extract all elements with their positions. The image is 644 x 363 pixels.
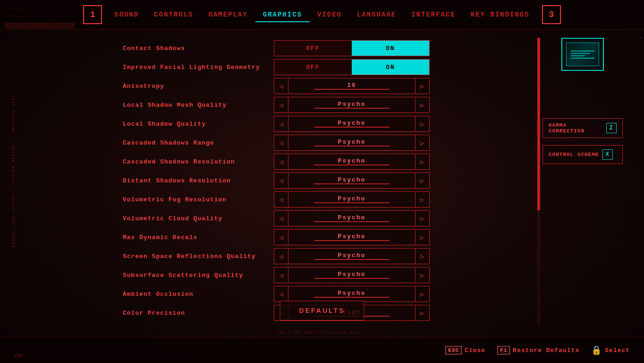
setting-label-cascaded-shadows-res: Cascaded Shadows Resolution [123,158,274,165]
thumb-line-4 [571,58,594,59]
setting-label-subsurface: Subsurface Scattering Quality [123,272,274,279]
top-nav: 1 SOUND CONTROLS GAMEPLAY GRAPHICS VIDEO… [0,0,644,30]
arrow-right-subsurface[interactable]: ▷ [415,268,429,283]
setting-control-subsurface[interactable]: ◁ Psycho ▷ [274,267,430,283]
arrow-right-vol-cloud[interactable]: ▷ [415,211,429,226]
close-label: Close [465,347,485,354]
nav-video[interactable]: VIDEO [310,7,349,22]
setting-control-vol-cloud[interactable]: ◁ Psycho ▷ [274,210,430,226]
control-scheme-key-box: X [602,149,613,160]
settings-list: Contact Shadows OFF ON Improved Facial L… [123,39,531,322]
setting-control-distant-shadows-res[interactable]: ◁ Psycho ▷ [274,173,430,189]
arrow-left-distant-shadows-res[interactable]: ◁ [274,173,288,188]
setting-label-local-shadow-quality: Local Shadow Quality [123,121,274,128]
setting-control-local-shadow-mesh[interactable]: ◁ Psycho ▷ [274,97,430,113]
arrow-right-local-shadow-mesh[interactable]: ▷ [415,97,429,112]
arrow-left-ao[interactable]: ◁ [274,286,288,302]
arrow-right-ssr[interactable]: ▷ [415,249,429,264]
setting-label-anisotropy: Anisotropy [123,83,274,90]
arrow-left-cascaded-shadows-res[interactable]: ◁ [274,154,288,169]
setting-label-facial-lighting: Improved Facial Lighting Geometry [123,64,274,71]
arrow-left-cascaded-shadows-range[interactable]: ◁ [274,135,288,150]
setting-value-ssr: Psycho [288,252,415,261]
arrow-left-subsurface[interactable]: ◁ [274,268,288,283]
setting-anisotropy: Anisotropy ◁ 16 ▷ [123,77,531,95]
toggle-on-contact-shadows[interactable]: ON [352,41,429,56]
setting-max-decals: Max Dynamic Decals ◁ Psycho ▷ [123,228,531,246]
setting-label-max-decals: Max Dynamic Decals [123,234,274,241]
setting-control-cascaded-shadows-res[interactable]: ◁ Psycho ▷ [274,154,430,170]
setting-control-max-decals[interactable]: ◁ Psycho ▷ [274,229,430,245]
control-scheme-button[interactable]: CONTROL SCHEME X [542,145,623,164]
toggle-on-facial-lighting[interactable]: ON [352,60,429,75]
nav-number-left[interactable]: 1 [83,5,102,24]
arrow-left-max-decals[interactable]: ◁ [274,230,288,245]
right-corner-decoration: ▶ [639,35,642,40]
restore-label: Restore Defaults [513,347,579,354]
nav-graphics[interactable]: GRAPHICS [255,7,310,22]
thumb-line-2 [571,53,590,54]
toggle-off-contact-shadows[interactable]: OFF [274,41,352,56]
setting-subsurface: Subsurface Scattering Quality ◁ Psycho ▷ [123,266,531,284]
arrow-left-local-shadow-quality[interactable]: ◁ [274,116,288,131]
gamma-correction-button[interactable]: GAMMA CORRECTION Z [542,118,623,138]
setting-label-vol-fog: Volumetric Fog Resolution [123,196,274,203]
setting-value-subsurface: Psycho [288,271,415,280]
arrow-left-local-shadow-mesh[interactable]: ◁ [274,97,288,112]
arrow-right-distant-shadows-res[interactable]: ▷ [415,173,429,188]
setting-ssr: Screen Space Reflections Quality ◁ Psych… [123,247,531,265]
setting-value-local-shadow-quality: Psycho [288,120,415,129]
gamma-correction-label: GAMMA CORRECTION [549,122,602,134]
setting-control-cascaded-shadows-range[interactable]: ◁ Psycho ▷ [274,135,430,151]
setting-control-vol-fog[interactable]: ◁ Psycho ▷ [274,191,430,207]
nav-sound[interactable]: SOUND [107,7,146,22]
setting-cascaded-shadows-res: Cascaded Shadows Resolution ◁ Psycho ▷ [123,153,531,171]
arrow-right-max-decals[interactable]: ▷ [415,230,429,245]
setting-control-facial-lighting[interactable]: OFF ON [274,59,430,75]
arrow-right-cascaded-shadows-range[interactable]: ▷ [415,135,429,150]
setting-label-ssr: Screen Space Reflections Quality [123,253,274,260]
arrow-left-ssr[interactable]: ◁ [274,249,288,264]
setting-label-color-precision: Color Precision [123,310,274,317]
restore-action[interactable]: F1 Restore Defaults [497,346,579,354]
setting-label-cascaded-shadows-range: Cascaded Shadows Range [123,139,274,147]
setting-value-cascaded-shadows-range: Psycho [288,138,415,147]
setting-value-ao: Psycho [288,290,415,299]
setting-control-anisotropy[interactable]: ◁ 16 ▷ [274,78,430,94]
defaults-button[interactable]: DEFAULTS [280,301,364,320]
arrow-left-vol-cloud[interactable]: ◁ [274,211,288,226]
thumb-line-3 [571,55,585,56]
thumbnail-inner [566,43,599,66]
setting-control-local-shadow-quality[interactable]: ◁ Psycho ▷ [274,116,430,132]
setting-facial-lighting: Improved Facial Lighting Geometry OFF ON [123,58,531,76]
toggle-off-facial-lighting[interactable]: OFF [274,60,352,75]
setting-value-max-decals: Psycho [288,233,415,242]
arrow-right-ao[interactable]: ▷ [415,286,429,302]
nav-gameplay[interactable]: GAMEPLAY [201,7,255,22]
nav-language[interactable]: LANGUAGE [349,7,404,22]
setting-contact-shadows: Contact Shadows OFF ON [123,39,531,57]
setting-value-vol-cloud: Psycho [288,214,415,223]
arrow-left-vol-fog[interactable]: ◁ [274,192,288,207]
arrow-right-anisotropy[interactable]: ▷ [415,78,429,94]
nav-number-right[interactable]: 3 [542,5,561,24]
arrow-right-cascaded-shadows-res[interactable]: ▷ [415,154,429,169]
nav-keybindings[interactable]: KEY BINDINGS [463,7,537,22]
nav-interface[interactable]: INTERFACE [404,7,463,22]
setting-control-contact-shadows[interactable]: OFF ON [274,40,430,56]
left-vert-decoration: NEURAL LINK ACTIVE // SYSTEM ONLINE // P… [12,95,16,247]
thumb-line-1 [571,51,594,52]
setting-value-local-shadow-mesh: Psycho [288,101,415,110]
arrow-right-local-shadow-quality[interactable]: ▷ [415,116,429,131]
lock-icon: 🔒 [591,345,602,355]
setting-control-ao[interactable]: ◁ Psycho ▷ [274,286,430,302]
setting-vol-fog: Volumetric Fog Resolution ◁ Psycho ▷ [123,190,531,208]
control-scheme-label: CONTROL SCHEME [549,152,599,157]
setting-control-ssr[interactable]: ◁ Psycho ▷ [274,248,430,264]
close-action[interactable]: ESC Close [445,346,485,354]
arrow-right-vol-fog[interactable]: ▷ [415,192,429,207]
arrow-left-anisotropy[interactable]: ◁ [274,78,288,94]
nav-controls[interactable]: CONTROLS [146,7,201,22]
select-action[interactable]: 🔒 Select [591,345,630,355]
arrow-right-color-precision[interactable]: ▷ [415,305,429,320]
